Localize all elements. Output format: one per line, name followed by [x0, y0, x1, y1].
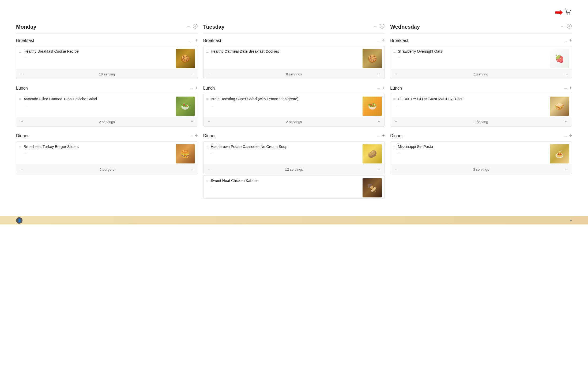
decrease-serving-button[interactable]: − — [19, 119, 25, 125]
meal-section-breakfast: Breakfast···+≡Healthy Breakfast Cookie R… — [16, 38, 198, 80]
meal-section-dinner: Dinner···+≡Bruschetta Turkey Burger Slid… — [16, 133, 198, 175]
increase-serving-button[interactable]: + — [376, 119, 382, 125]
drag-handle-icon[interactable]: ≡ — [206, 97, 209, 102]
recipe-thumbnail: 🍪 — [363, 49, 382, 68]
serving-count: 12 servings — [285, 167, 303, 171]
decrease-serving-button[interactable]: − — [19, 71, 25, 77]
cart-area[interactable]: ➡ — [555, 7, 572, 17]
recipe-more-icon[interactable]: ··· — [24, 55, 173, 59]
drag-handle-icon[interactable]: ≡ — [206, 179, 209, 184]
recipe-title[interactable]: Brain Boosting Super Salad (with Lemon V… — [211, 97, 360, 102]
section-more-icon[interactable]: ··· — [564, 39, 567, 43]
meal-section-title: Dinner — [390, 133, 403, 138]
recipe-more-icon[interactable]: ··· — [398, 103, 548, 107]
recipe-thumbnail: 🥗 — [176, 97, 195, 116]
section-add-icon[interactable]: + — [195, 38, 198, 43]
serving-count: 8 servings — [473, 167, 489, 171]
section-more-icon[interactable]: ··· — [190, 39, 193, 43]
drag-handle-icon[interactable]: ≡ — [19, 49, 21, 54]
decrease-serving-button[interactable]: − — [393, 166, 399, 172]
increase-serving-button[interactable]: + — [563, 119, 569, 125]
recipe-card: ≡Brain Boosting Super Salad (with Lemon … — [203, 94, 385, 127]
increase-serving-button[interactable]: + — [189, 71, 195, 77]
recipe-more-icon[interactable]: ··· — [211, 151, 360, 154]
section-add-icon[interactable]: + — [382, 38, 385, 43]
drag-handle-icon[interactable]: ≡ — [19, 97, 21, 102]
decrease-serving-button[interactable]: − — [19, 166, 25, 172]
meal-section-title: Breakfast — [16, 38, 34, 43]
drag-handle-icon[interactable]: ≡ — [393, 49, 395, 54]
serving-row: −2 servings+ — [203, 117, 385, 126]
recipe-title[interactable]: Healthy Oatmeal Date Breakfast Cookies — [211, 49, 360, 54]
recipe-more-icon[interactable]: ··· — [398, 151, 548, 154]
recipe-card: ≡Strawberry Overnight Oats···🍓−1 serving… — [390, 46, 572, 79]
day-add-icon[interactable] — [379, 24, 385, 30]
recipe-more-icon[interactable]: ··· — [24, 103, 173, 107]
section-add-icon[interactable]: + — [382, 85, 385, 91]
serving-count: 2 servings — [286, 120, 302, 124]
decrease-serving-button[interactable]: − — [393, 71, 399, 77]
drag-handle-icon[interactable]: ≡ — [19, 145, 21, 150]
recipe-thumbnail: 🥪 — [550, 97, 569, 116]
recipe-title[interactable]: COUNTRY CLUB SANDWICH RECIPE — [398, 97, 548, 102]
day-header-wednesday: Wednesday··· — [390, 21, 572, 33]
drag-handle-icon[interactable]: ≡ — [206, 145, 209, 150]
cart-icon[interactable] — [564, 8, 572, 17]
recipe-title[interactable]: Mississippi Sin Pasta — [398, 144, 548, 150]
recipe-title[interactable]: Sweet Heat Chicken Kabobs — [211, 178, 360, 184]
recipe-title[interactable]: Hashbrown Potato Casserole No Cream Soup — [211, 144, 360, 150]
decrease-serving-button[interactable]: − — [206, 119, 212, 125]
section-more-icon[interactable]: ··· — [377, 86, 380, 90]
day-more-icon[interactable]: ··· — [561, 24, 564, 29]
day-more-icon[interactable]: ··· — [374, 24, 377, 29]
recipe-info: Sweet Heat Chicken Kabobs··· — [211, 178, 360, 188]
decrease-serving-button[interactable]: − — [206, 71, 212, 77]
recipe-title[interactable]: Healthy Breakfast Cookie Recipe — [24, 49, 173, 54]
serving-count: 2 servings — [99, 120, 115, 124]
day-actions: ··· — [187, 24, 198, 30]
increase-serving-button[interactable]: + — [563, 71, 569, 77]
increase-serving-button[interactable]: + — [376, 71, 382, 77]
recipe-card: ≡Sweet Heat Chicken Kabobs···🍢 — [203, 175, 385, 199]
recipe-title[interactable]: Bruschetta Turkey Burger Sliders — [24, 144, 173, 150]
section-add-icon[interactable]: + — [569, 133, 572, 139]
recipe-more-icon[interactable]: ··· — [24, 151, 173, 154]
recipe-title[interactable]: Strawberry Overnight Oats — [398, 49, 548, 54]
meal-section-actions: ···+ — [564, 85, 572, 91]
section-add-icon[interactable]: + — [195, 133, 198, 139]
section-more-icon[interactable]: ··· — [564, 86, 567, 90]
drag-handle-icon[interactable]: ≡ — [393, 145, 395, 150]
recipe-more-icon[interactable]: ··· — [211, 55, 360, 59]
section-more-icon[interactable]: ··· — [377, 134, 380, 138]
section-more-icon[interactable]: ··· — [190, 86, 193, 90]
recipe-title[interactable]: Avocado Filled Canned Tuna Ceviche Salad — [24, 97, 173, 102]
recipe-more-icon[interactable]: ··· — [398, 55, 548, 59]
increase-serving-button[interactable]: + — [189, 166, 195, 172]
meal-section-title: Lunch — [16, 86, 28, 91]
section-more-icon[interactable]: ··· — [190, 134, 193, 138]
meal-section-header: Breakfast···+ — [203, 38, 385, 43]
section-more-icon[interactable]: ··· — [377, 39, 380, 43]
increase-serving-button[interactable]: + — [563, 166, 569, 172]
day-add-icon[interactable] — [193, 24, 198, 30]
meal-section-title: Dinner — [16, 133, 29, 138]
recipe-more-icon[interactable]: ··· — [211, 185, 360, 188]
section-add-icon[interactable]: + — [569, 85, 572, 91]
section-more-icon[interactable]: ··· — [564, 134, 567, 138]
section-add-icon[interactable]: + — [382, 133, 385, 139]
recipe-info: Mississippi Sin Pasta··· — [398, 144, 548, 154]
recipe-more-icon[interactable]: ··· — [211, 103, 360, 107]
day-add-icon[interactable] — [567, 24, 572, 30]
increase-serving-button[interactable]: + — [189, 119, 195, 125]
recipe-card-body: ≡Brain Boosting Super Salad (with Lemon … — [203, 94, 385, 117]
recipe-card-body: ≡Mississippi Sin Pasta···🍝 — [390, 142, 572, 165]
decrease-serving-button[interactable]: − — [206, 166, 212, 172]
recipe-info: Healthy Oatmeal Date Breakfast Cookies··… — [211, 49, 360, 59]
decrease-serving-button[interactable]: − — [393, 119, 399, 125]
day-more-icon[interactable]: ··· — [187, 24, 190, 29]
section-add-icon[interactable]: + — [195, 85, 198, 91]
section-add-icon[interactable]: + — [569, 38, 572, 43]
drag-handle-icon[interactable]: ≡ — [393, 97, 395, 102]
drag-handle-icon[interactable]: ≡ — [206, 49, 209, 54]
increase-serving-button[interactable]: + — [376, 166, 382, 172]
